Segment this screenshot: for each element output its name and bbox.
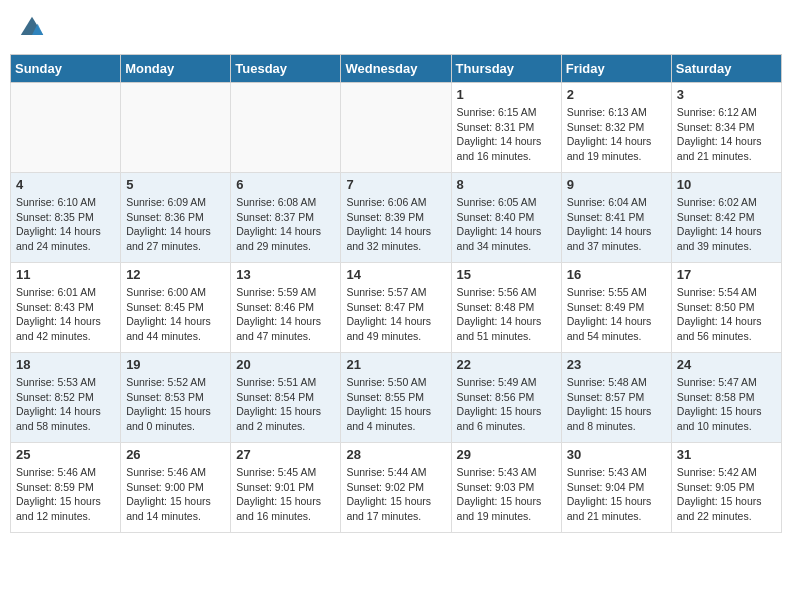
day-cell-4: 4Sunrise: 6:10 AMSunset: 8:35 PMDaylight… bbox=[11, 173, 121, 263]
day-cell-28: 28Sunrise: 5:44 AMSunset: 9:02 PMDayligh… bbox=[341, 443, 451, 533]
day-info: Sunrise: 5:49 AMSunset: 8:56 PMDaylight:… bbox=[457, 375, 556, 434]
day-cell-18: 18Sunrise: 5:53 AMSunset: 8:52 PMDayligh… bbox=[11, 353, 121, 443]
day-number: 2 bbox=[567, 87, 666, 102]
day-info: Sunrise: 5:50 AMSunset: 8:55 PMDaylight:… bbox=[346, 375, 445, 434]
calendar-week-3: 11Sunrise: 6:01 AMSunset: 8:43 PMDayligh… bbox=[11, 263, 782, 353]
day-cell-21: 21Sunrise: 5:50 AMSunset: 8:55 PMDayligh… bbox=[341, 353, 451, 443]
calendar-week-4: 18Sunrise: 5:53 AMSunset: 8:52 PMDayligh… bbox=[11, 353, 782, 443]
day-number: 7 bbox=[346, 177, 445, 192]
day-cell-27: 27Sunrise: 5:45 AMSunset: 9:01 PMDayligh… bbox=[231, 443, 341, 533]
logo bbox=[18, 14, 48, 42]
logo-icon bbox=[18, 14, 46, 42]
day-cell-25: 25Sunrise: 5:46 AMSunset: 8:59 PMDayligh… bbox=[11, 443, 121, 533]
day-number: 26 bbox=[126, 447, 225, 462]
day-number: 11 bbox=[16, 267, 115, 282]
day-cell-15: 15Sunrise: 5:56 AMSunset: 8:48 PMDayligh… bbox=[451, 263, 561, 353]
day-info: Sunrise: 5:43 AMSunset: 9:03 PMDaylight:… bbox=[457, 465, 556, 524]
day-cell-5: 5Sunrise: 6:09 AMSunset: 8:36 PMDaylight… bbox=[121, 173, 231, 263]
day-number: 20 bbox=[236, 357, 335, 372]
day-number: 13 bbox=[236, 267, 335, 282]
day-info: Sunrise: 6:10 AMSunset: 8:35 PMDaylight:… bbox=[16, 195, 115, 254]
day-info: Sunrise: 5:47 AMSunset: 8:58 PMDaylight:… bbox=[677, 375, 776, 434]
column-header-thursday: Thursday bbox=[451, 55, 561, 83]
day-cell-30: 30Sunrise: 5:43 AMSunset: 9:04 PMDayligh… bbox=[561, 443, 671, 533]
day-cell-20: 20Sunrise: 5:51 AMSunset: 8:54 PMDayligh… bbox=[231, 353, 341, 443]
day-number: 10 bbox=[677, 177, 776, 192]
day-info: Sunrise: 6:12 AMSunset: 8:34 PMDaylight:… bbox=[677, 105, 776, 164]
day-info: Sunrise: 5:57 AMSunset: 8:47 PMDaylight:… bbox=[346, 285, 445, 344]
day-cell-2: 2Sunrise: 6:13 AMSunset: 8:32 PMDaylight… bbox=[561, 83, 671, 173]
calendar-week-1: 1Sunrise: 6:15 AMSunset: 8:31 PMDaylight… bbox=[11, 83, 782, 173]
day-number: 24 bbox=[677, 357, 776, 372]
day-info: Sunrise: 6:01 AMSunset: 8:43 PMDaylight:… bbox=[16, 285, 115, 344]
day-info: Sunrise: 5:55 AMSunset: 8:49 PMDaylight:… bbox=[567, 285, 666, 344]
day-cell-23: 23Sunrise: 5:48 AMSunset: 8:57 PMDayligh… bbox=[561, 353, 671, 443]
header-row: SundayMondayTuesdayWednesdayThursdayFrid… bbox=[11, 55, 782, 83]
day-cell-29: 29Sunrise: 5:43 AMSunset: 9:03 PMDayligh… bbox=[451, 443, 561, 533]
day-number: 28 bbox=[346, 447, 445, 462]
day-number: 21 bbox=[346, 357, 445, 372]
day-number: 5 bbox=[126, 177, 225, 192]
day-cell-11: 11Sunrise: 6:01 AMSunset: 8:43 PMDayligh… bbox=[11, 263, 121, 353]
day-info: Sunrise: 5:54 AMSunset: 8:50 PMDaylight:… bbox=[677, 285, 776, 344]
day-number: 9 bbox=[567, 177, 666, 192]
day-info: Sunrise: 6:15 AMSunset: 8:31 PMDaylight:… bbox=[457, 105, 556, 164]
day-number: 29 bbox=[457, 447, 556, 462]
empty-cell bbox=[11, 83, 121, 173]
day-info: Sunrise: 6:05 AMSunset: 8:40 PMDaylight:… bbox=[457, 195, 556, 254]
empty-cell bbox=[121, 83, 231, 173]
day-number: 23 bbox=[567, 357, 666, 372]
day-cell-24: 24Sunrise: 5:47 AMSunset: 8:58 PMDayligh… bbox=[671, 353, 781, 443]
calendar-table: SundayMondayTuesdayWednesdayThursdayFrid… bbox=[10, 54, 782, 533]
day-info: Sunrise: 5:53 AMSunset: 8:52 PMDaylight:… bbox=[16, 375, 115, 434]
column-header-saturday: Saturday bbox=[671, 55, 781, 83]
day-cell-26: 26Sunrise: 5:46 AMSunset: 9:00 PMDayligh… bbox=[121, 443, 231, 533]
day-cell-10: 10Sunrise: 6:02 AMSunset: 8:42 PMDayligh… bbox=[671, 173, 781, 263]
day-number: 16 bbox=[567, 267, 666, 282]
empty-cell bbox=[341, 83, 451, 173]
page-header bbox=[10, 10, 782, 46]
day-cell-7: 7Sunrise: 6:06 AMSunset: 8:39 PMDaylight… bbox=[341, 173, 451, 263]
day-number: 4 bbox=[16, 177, 115, 192]
column-header-wednesday: Wednesday bbox=[341, 55, 451, 83]
column-header-monday: Monday bbox=[121, 55, 231, 83]
day-number: 31 bbox=[677, 447, 776, 462]
day-info: Sunrise: 5:48 AMSunset: 8:57 PMDaylight:… bbox=[567, 375, 666, 434]
day-cell-9: 9Sunrise: 6:04 AMSunset: 8:41 PMDaylight… bbox=[561, 173, 671, 263]
day-number: 17 bbox=[677, 267, 776, 282]
day-info: Sunrise: 5:44 AMSunset: 9:02 PMDaylight:… bbox=[346, 465, 445, 524]
day-cell-8: 8Sunrise: 6:05 AMSunset: 8:40 PMDaylight… bbox=[451, 173, 561, 263]
day-number: 6 bbox=[236, 177, 335, 192]
calendar-week-5: 25Sunrise: 5:46 AMSunset: 8:59 PMDayligh… bbox=[11, 443, 782, 533]
day-number: 15 bbox=[457, 267, 556, 282]
day-info: Sunrise: 6:06 AMSunset: 8:39 PMDaylight:… bbox=[346, 195, 445, 254]
day-info: Sunrise: 5:43 AMSunset: 9:04 PMDaylight:… bbox=[567, 465, 666, 524]
day-info: Sunrise: 5:51 AMSunset: 8:54 PMDaylight:… bbox=[236, 375, 335, 434]
day-number: 30 bbox=[567, 447, 666, 462]
day-number: 22 bbox=[457, 357, 556, 372]
day-number: 1 bbox=[457, 87, 556, 102]
day-cell-19: 19Sunrise: 5:52 AMSunset: 8:53 PMDayligh… bbox=[121, 353, 231, 443]
day-info: Sunrise: 6:08 AMSunset: 8:37 PMDaylight:… bbox=[236, 195, 335, 254]
day-cell-6: 6Sunrise: 6:08 AMSunset: 8:37 PMDaylight… bbox=[231, 173, 341, 263]
column-header-sunday: Sunday bbox=[11, 55, 121, 83]
day-info: Sunrise: 6:04 AMSunset: 8:41 PMDaylight:… bbox=[567, 195, 666, 254]
day-info: Sunrise: 6:00 AMSunset: 8:45 PMDaylight:… bbox=[126, 285, 225, 344]
day-info: Sunrise: 5:42 AMSunset: 9:05 PMDaylight:… bbox=[677, 465, 776, 524]
day-info: Sunrise: 5:56 AMSunset: 8:48 PMDaylight:… bbox=[457, 285, 556, 344]
day-info: Sunrise: 5:52 AMSunset: 8:53 PMDaylight:… bbox=[126, 375, 225, 434]
day-info: Sunrise: 5:46 AMSunset: 8:59 PMDaylight:… bbox=[16, 465, 115, 524]
day-number: 25 bbox=[16, 447, 115, 462]
day-info: Sunrise: 5:45 AMSunset: 9:01 PMDaylight:… bbox=[236, 465, 335, 524]
day-info: Sunrise: 5:46 AMSunset: 9:00 PMDaylight:… bbox=[126, 465, 225, 524]
day-cell-13: 13Sunrise: 5:59 AMSunset: 8:46 PMDayligh… bbox=[231, 263, 341, 353]
day-number: 8 bbox=[457, 177, 556, 192]
day-cell-17: 17Sunrise: 5:54 AMSunset: 8:50 PMDayligh… bbox=[671, 263, 781, 353]
column-header-friday: Friday bbox=[561, 55, 671, 83]
column-header-tuesday: Tuesday bbox=[231, 55, 341, 83]
empty-cell bbox=[231, 83, 341, 173]
day-info: Sunrise: 6:13 AMSunset: 8:32 PMDaylight:… bbox=[567, 105, 666, 164]
day-cell-22: 22Sunrise: 5:49 AMSunset: 8:56 PMDayligh… bbox=[451, 353, 561, 443]
day-number: 18 bbox=[16, 357, 115, 372]
day-number: 3 bbox=[677, 87, 776, 102]
